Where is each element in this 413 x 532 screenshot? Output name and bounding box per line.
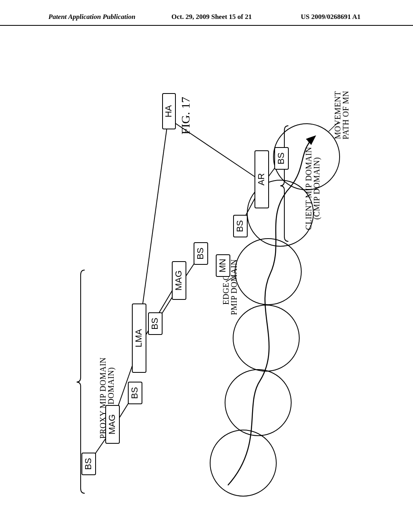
svg-text:LMA: LMA [133,329,144,347]
svg-point-14 [235,239,301,305]
header-left: Patent Application Publication [48,13,136,21]
node-bs-2: BS [128,382,142,404]
figure-17: FIG. 17 PROXY MIP DOMAIN (PMIP DOMAIN) E… [0,26,413,509]
node-bs-4: BS [194,243,208,264]
svg-text:MAG: MAG [173,270,184,291]
svg-point-12 [225,370,291,436]
svg-text:MN: MN [217,259,227,272]
node-bs-3: BS [148,313,162,335]
node-lma: LMA [132,304,146,372]
node-ha: HA [163,94,175,129]
svg-text:MAG: MAG [107,414,117,434]
page-header: Patent Application Publication Oct. 29, … [0,0,413,26]
svg-text:BS: BS [83,458,93,470]
svg-line-2 [168,118,258,179]
svg-text:BS: BS [150,318,160,329]
node-mag-1: MAG [106,405,119,443]
svg-text:BS: BS [276,152,286,164]
node-bs-5: BS [234,215,247,237]
node-bs-6: BS [275,148,288,169]
diagram-svg: HA LMA AR MAG MAG BS BS [0,26,413,509]
svg-text:HA: HA [163,105,173,117]
node-mag-2: MAG [172,262,186,299]
header-center: Oct. 29, 2009 Sheet 15 of 21 [171,13,252,21]
node-ar: AR [255,151,269,208]
header-right: US 2009/0268691 A1 [301,13,361,21]
node-mn: MN [216,255,230,276]
svg-line-1 [139,118,168,330]
svg-text:BS: BS [129,387,140,399]
svg-text:BS: BS [235,220,245,232]
svg-line-18 [329,122,339,131]
node-bs-1: BS [82,453,96,475]
svg-text:BS: BS [195,247,205,259]
svg-text:AR: AR [256,173,266,186]
